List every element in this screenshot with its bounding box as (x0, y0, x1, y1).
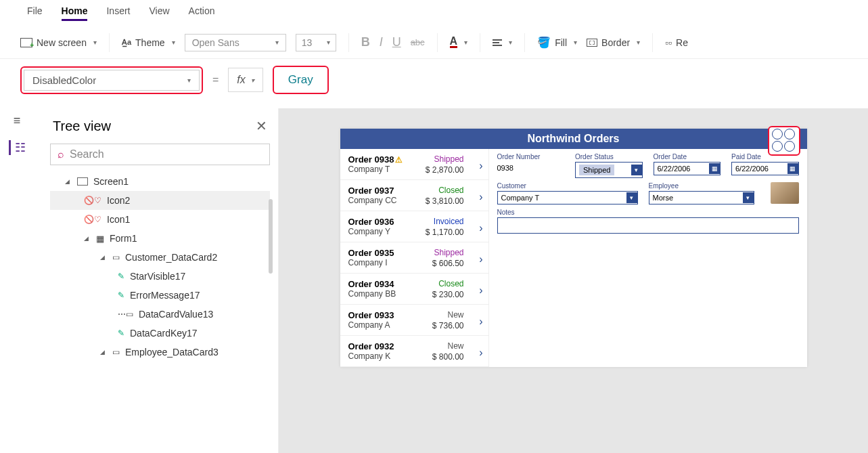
menu-view[interactable]: View (149, 5, 169, 21)
tree-node-icon2[interactable]: 🚫♡Icon2 (50, 191, 270, 210)
fill-button[interactable]: 🪣 Fill ▾ (537, 36, 577, 49)
tree-node-icon1[interactable]: 🚫♡Icon1 (50, 210, 270, 229)
chevron-right-icon: › (479, 222, 482, 234)
screen-icon: + (20, 38, 32, 47)
tree-node-form1[interactable]: ◢▦Form1 (50, 229, 270, 248)
font-color-button[interactable]: A ▾ (450, 37, 468, 48)
dropdown-icon: ▾ (743, 192, 754, 203)
node-label: Form1 (110, 233, 137, 244)
paid-date-value: 6/22/2006 (735, 165, 769, 173)
detail-form: Order Number0938 Order StatusShipped▾ Or… (489, 149, 807, 367)
annotation-sync-icons (768, 126, 800, 156)
order-status: Invoiced (434, 217, 464, 226)
fx-button[interactable]: fx▾ (233, 74, 258, 86)
order-list-item[interactable]: Order 0932 Company K New $ 800.00 › (340, 336, 488, 367)
order-date-value: 6/22/2006 (658, 165, 691, 173)
node-label: Employee_DataCard3 (125, 347, 219, 358)
italic-button[interactable]: I (380, 35, 383, 49)
order-status: Shipped (434, 248, 463, 257)
chevron-down-icon: ▾ (93, 39, 97, 46)
new-screen-button[interactable]: + New screen ▾ (20, 37, 97, 48)
menu-action[interactable]: Action (189, 5, 215, 21)
close-icon[interactable]: ✕ (256, 118, 267, 134)
tree-node-screen1[interactable]: ◢Screen1 (50, 172, 270, 191)
customer-dropdown[interactable]: Company T▾ (497, 191, 638, 204)
reorder-label: Re (676, 37, 688, 48)
order-list-item[interactable]: Order 0938⚠ Company T Shipped $ 2,870.00… (340, 149, 488, 180)
tree-node-customer-datacard[interactable]: ◢▭Customer_DataCard2 (50, 248, 270, 267)
bold-button[interactable]: B (361, 35, 370, 49)
label-icon: ✎ (118, 290, 124, 300)
tree-node-errormessage[interactable]: ✎ErrorMessage17 (50, 286, 270, 305)
order-gallery[interactable]: Order 0938⚠ Company T Shipped $ 2,870.00… (340, 149, 489, 367)
border-button[interactable]: Border ▾ (587, 37, 640, 48)
theme-button[interactable]: A̲а Theme ▾ (122, 37, 175, 48)
strikethrough-button[interactable]: abc (411, 37, 425, 47)
tree-view-icon[interactable]: ☷ (9, 140, 26, 155)
node-label: ErrorMessage17 (130, 290, 200, 301)
chevron-down-icon: ▾ (275, 39, 279, 46)
font-family-select[interactable]: Open Sans ▾ (185, 34, 286, 51)
menu-insert[interactable]: Insert (106, 5, 130, 21)
chevron-down-icon: ▾ (574, 39, 577, 46)
paid-date-picker[interactable]: 6/22/2006▦ (731, 162, 799, 175)
tree-node-employee-datacard[interactable]: ◢▭Employee_DataCard3 (50, 343, 270, 362)
order-status-dropdown[interactable]: Shipped▾ (575, 162, 643, 178)
collapse-caret-icon: ◢ (100, 349, 107, 355)
chevron-right-icon: › (479, 316, 482, 328)
menu-file[interactable]: File (27, 5, 43, 21)
reorder-button[interactable]: ▫▫ Re (665, 37, 688, 48)
order-list-item[interactable]: Order 0933 Company A New $ 736.00 › (340, 305, 488, 336)
order-amount: $ 3,810.00 (426, 196, 464, 206)
font-value: Open Sans (192, 37, 239, 48)
separator (109, 33, 110, 52)
order-amount: $ 606.50 (432, 259, 464, 268)
font-size-select[interactable]: 13 ▾ (296, 34, 336, 51)
theme-icon: A̲а (122, 38, 131, 47)
fill-label: Fill (555, 37, 567, 48)
underline-button[interactable]: U (392, 35, 401, 49)
chevron-down-icon: ▾ (251, 77, 254, 84)
order-list-item[interactable]: Order 0936 Company Y Invoiced $ 1,170.00… (340, 211, 488, 242)
hamburger-icon[interactable]: ≡ (14, 114, 21, 128)
input-icon: ⋯▭ (118, 309, 133, 319)
align-button[interactable]: ▾ (493, 39, 512, 46)
menu-home[interactable]: Home (62, 5, 88, 21)
theme-label: Theme (135, 37, 165, 48)
order-list-item[interactable]: Order 0937 Company CC Closed $ 3,810.00 … (340, 180, 488, 211)
formula-bar: DisabledColor ▾ = fx▾ Gray (0, 59, 868, 101)
border-icon (587, 39, 597, 47)
tree-search-input[interactable]: ⌕ Search (50, 144, 270, 165)
property-value: DisabledColor (32, 74, 96, 86)
label-icon: ✎ (118, 272, 124, 281)
property-select[interactable]: DisabledColor ▾ (24, 70, 200, 91)
chevron-down-icon: ▾ (509, 39, 512, 46)
notes-input[interactable] (497, 217, 799, 234)
app-preview: Northwind Orders Order 0938⚠ Company T S… (340, 129, 807, 367)
order-amount: $ 800.00 (432, 352, 464, 362)
dropdown-icon: ▾ (626, 192, 637, 203)
tree-node-datacardkey[interactable]: ✎DataCardKey17 (50, 324, 270, 343)
font-color-icon: A (450, 37, 458, 48)
node-label: DataCardKey17 (130, 328, 198, 339)
employee-dropdown[interactable]: Morse▾ (649, 191, 754, 204)
canvas: Northwind Orders Order 0938⚠ Company T S… (279, 108, 868, 453)
search-placeholder: Search (70, 148, 104, 160)
tree-view-pane: Tree view ✕ ⌕ Search ◢Screen1 🚫♡Icon2 🚫♡… (42, 108, 279, 453)
chevron-right-icon: › (479, 160, 482, 172)
separator (652, 33, 653, 52)
order-date-picker[interactable]: 6/22/2006▦ (654, 162, 721, 175)
fill-icon: 🪣 (537, 36, 551, 49)
order-list-item[interactable]: Order 0935 Company I Shipped $ 606.50 › (340, 242, 488, 274)
fx-container: fx▾ (228, 68, 262, 92)
formula-input[interactable]: Gray (276, 69, 325, 91)
node-label: DataCardValue13 (139, 309, 213, 320)
tree-node-datacardvalue[interactable]: ⋯▭DataCardValue13 (50, 305, 270, 324)
new-screen-label: New screen (37, 37, 87, 48)
tree-node-starvisible[interactable]: ✎StarVisible17 (50, 267, 270, 286)
tree-scrollbar[interactable] (269, 199, 273, 274)
chevron-down-icon: ▾ (172, 39, 175, 46)
order-list-item[interactable]: Order 0934 Company BB Closed $ 230.00 › (340, 274, 488, 305)
label-icon: ✎ (118, 328, 124, 338)
order-status: Closed (438, 186, 463, 195)
